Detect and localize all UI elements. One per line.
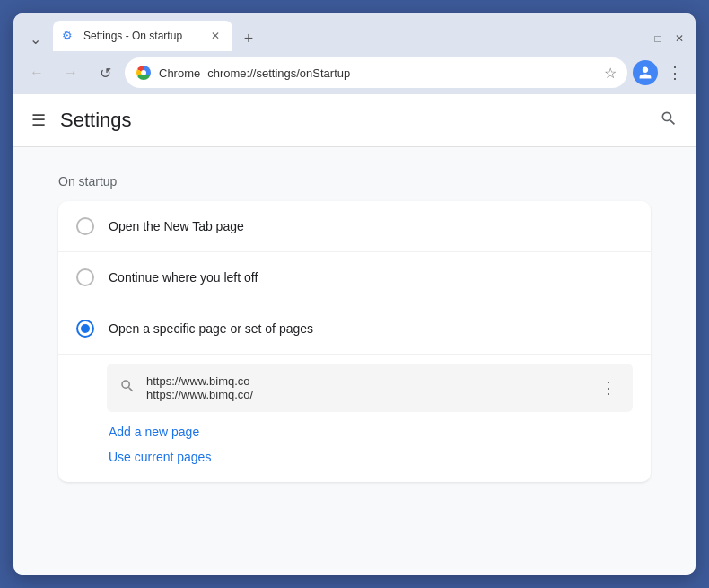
radio-specific[interactable] — [76, 320, 94, 338]
page-entry-urls: https://www.bimq.co https://www.bimq.co/ — [146, 374, 586, 401]
startup-options-card: Open the New Tab page Continue where you… — [58, 201, 651, 482]
forward-button[interactable]: → — [57, 58, 85, 87]
option-continue[interactable]: Continue where you left off — [58, 252, 651, 303]
page-entry-menu-button[interactable]: ⋮ — [597, 374, 620, 401]
page-entry-item: https://www.bimq.co https://www.bimq.co/… — [107, 364, 633, 412]
add-new-page-link[interactable]: Add a new page — [109, 425, 633, 439]
radio-selected-indicator — [81, 324, 90, 333]
bookmark-icon[interactable]: ☆ — [604, 65, 617, 82]
option-continue-label: Continue where you left off — [109, 270, 258, 285]
sidebar-toggle-button[interactable]: ☰ — [31, 110, 46, 130]
page-content: ☰ Settings On startup Open the New Tab p… — [13, 94, 696, 575]
address-bar[interactable]: Chrome chrome://settings/onStartup ☆ — [125, 57, 627, 88]
tab-dropdown-btn[interactable]: ⌄ — [22, 26, 48, 51]
close-window-button[interactable]: ✕ — [672, 31, 687, 46]
browser-toolbar: ← → ↺ Chrome chrome://settings/onStartup… — [13, 51, 696, 94]
page-search-icon — [119, 378, 136, 398]
page-title: Settings — [60, 109, 132, 132]
section-title: On startup — [58, 174, 651, 189]
radio-new-tab[interactable] — [76, 217, 94, 235]
option-specific-label: Open a specific page or set of pages — [109, 321, 313, 336]
radio-continue[interactable] — [76, 268, 94, 286]
title-bar: ⌄ ⚙ Settings - On startup ✕ + — □ ✕ — [13, 13, 696, 51]
page-url-display-2: https://www.bimq.co/ — [146, 388, 586, 401]
maximize-button[interactable]: □ — [651, 31, 665, 46]
option-new-tab-label: Open the New Tab page — [109, 219, 244, 233]
reload-button[interactable]: ↺ — [91, 58, 119, 87]
specific-pages-section: https://www.bimq.co https://www.bimq.co/… — [58, 355, 651, 482]
tab-title: Settings - On startup — [83, 30, 200, 42]
option-new-tab[interactable]: Open the New Tab page — [58, 201, 651, 252]
chrome-menu-button[interactable]: ⋮ — [663, 59, 687, 86]
window-controls: — □ ✕ — [629, 31, 687, 51]
back-button[interactable]: ← — [22, 58, 51, 87]
settings-header: ☰ Settings — [13, 94, 696, 147]
page-url-display-1: https://www.bimq.co — [146, 374, 586, 388]
use-current-pages-link[interactable]: Use current pages — [109, 450, 633, 464]
tab-area: ⌄ ⚙ Settings - On startup ✕ + — [22, 21, 629, 51]
minimize-button[interactable]: — — [629, 31, 643, 46]
settings-search-button[interactable] — [660, 110, 678, 132]
tab-close-button[interactable]: ✕ — [207, 28, 223, 44]
settings-main: On startup Open the New Tab page Continu… — [13, 147, 696, 575]
option-specific[interactable]: Open a specific page or set of pages — [58, 303, 651, 355]
new-tab-button[interactable]: + — [236, 26, 261, 51]
tab-favicon: ⚙ — [62, 29, 76, 43]
profile-button[interactable] — [633, 60, 658, 85]
active-tab[interactable]: ⚙ Settings - On startup ✕ — [53, 21, 232, 51]
settings-header-left: ☰ Settings — [31, 109, 132, 132]
brand-label: Chrome — [159, 66, 200, 80]
url-display: chrome://settings/onStartup — [207, 66, 597, 80]
chrome-logo-icon — [136, 65, 152, 81]
